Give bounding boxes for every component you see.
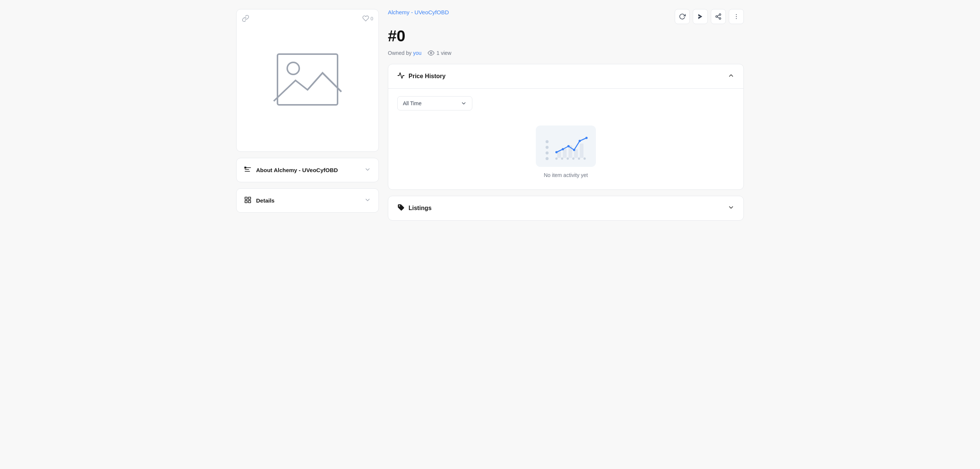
svg-line-15 (717, 15, 719, 16)
details-label: Details (256, 197, 274, 204)
svg-point-21 (546, 146, 549, 149)
price-history-body: All Time (388, 89, 743, 190)
svg-point-20 (546, 140, 549, 143)
price-history-chevron-icon (728, 72, 735, 80)
svg-point-29 (584, 158, 586, 160)
svg-rect-9 (248, 201, 251, 203)
svg-rect-5 (245, 167, 246, 168)
svg-rect-6 (245, 197, 247, 199)
listings-section: Listings (388, 196, 744, 220)
details-section[interactable]: Details (236, 188, 379, 213)
chart-placeholder (536, 126, 596, 167)
svg-point-26 (566, 158, 569, 160)
svg-line-14 (717, 17, 719, 18)
svg-point-19 (430, 52, 432, 54)
svg-point-24 (555, 158, 558, 160)
price-history-title: Price History (409, 73, 446, 80)
nft-placeholder-image (270, 50, 345, 110)
listings-header[interactable]: Listings (388, 196, 743, 220)
svg-point-35 (555, 151, 558, 153)
owner-link[interactable]: you (413, 50, 422, 56)
time-filter-select[interactable]: All Time (397, 96, 473, 110)
link-icon[interactable] (242, 14, 249, 22)
item-header: Alchemy - UVeoCyfOBD (388, 9, 744, 24)
listings-title: Listings (409, 205, 431, 212)
no-activity-text: No item activity yet (544, 172, 588, 178)
svg-point-37 (567, 145, 570, 147)
no-activity-area: No item activity yet (397, 118, 735, 182)
svg-point-38 (573, 149, 575, 151)
eye-icon (428, 49, 434, 56)
ownership-row: Owned by you 1 view (388, 49, 744, 56)
details-icon (244, 196, 251, 205)
right-column: Alchemy - UVeoCyfOBD (388, 9, 744, 227)
nft-image-card: 0 (236, 9, 379, 152)
listings-icon (397, 204, 405, 213)
item-number: #0 (388, 27, 744, 45)
svg-point-17 (736, 16, 737, 17)
svg-point-25 (561, 158, 563, 160)
views-area: 1 view (428, 49, 452, 56)
svg-point-27 (572, 158, 574, 160)
svg-rect-7 (248, 197, 251, 199)
svg-rect-8 (245, 201, 247, 203)
svg-point-28 (578, 158, 580, 160)
svg-point-1 (287, 62, 299, 74)
heart-button[interactable]: 0 (362, 15, 373, 22)
svg-point-40 (585, 137, 588, 139)
listings-chevron-icon (728, 204, 735, 212)
about-chevron-icon (364, 166, 371, 174)
views-count: 1 view (437, 50, 452, 56)
svg-point-22 (546, 152, 549, 155)
share-button[interactable] (711, 9, 726, 24)
owned-by-text: Owned by you (388, 50, 422, 56)
price-history-icon (397, 72, 405, 81)
svg-point-36 (562, 148, 564, 150)
header-actions (675, 9, 744, 24)
svg-point-16 (736, 14, 737, 15)
about-icon (244, 166, 251, 174)
about-section[interactable]: About Alchemy - UVeoCyfOBD (236, 158, 379, 182)
time-filter-chevron-icon (461, 100, 467, 106)
time-filter-value: All Time (403, 100, 422, 106)
svg-marker-10 (698, 14, 703, 19)
send-button[interactable] (693, 9, 708, 24)
collection-title-link[interactable]: Alchemy - UVeoCyfOBD (388, 9, 449, 15)
svg-rect-34 (580, 144, 584, 158)
svg-point-18 (736, 18, 737, 19)
details-chevron-icon (364, 196, 371, 205)
about-label: About Alchemy - UVeoCyfOBD (256, 167, 338, 173)
left-column: 0 (236, 9, 379, 227)
price-history-section: Price History All Time (388, 64, 744, 190)
svg-point-23 (546, 157, 549, 160)
price-history-header[interactable]: Price History (388, 64, 743, 88)
svg-point-39 (579, 140, 581, 142)
refresh-button[interactable] (675, 9, 690, 24)
hearts-count: 0 (371, 16, 373, 21)
more-options-button[interactable] (729, 9, 744, 24)
